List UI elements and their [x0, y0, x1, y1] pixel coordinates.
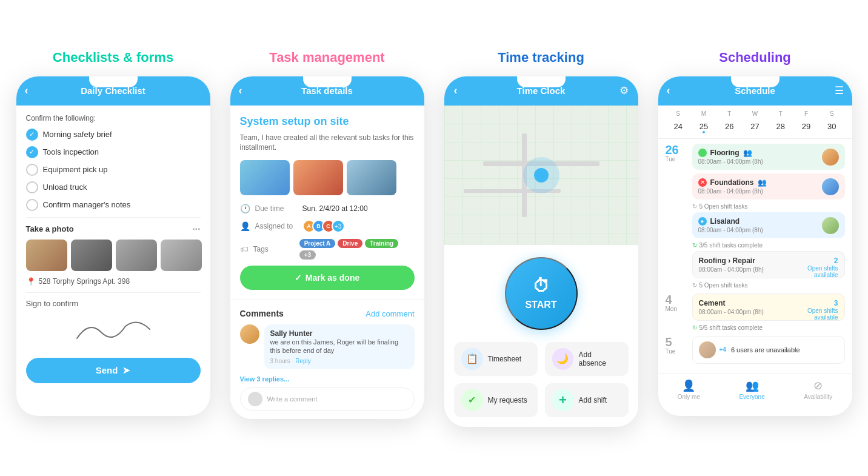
checkbox-1[interactable]: ✓	[26, 129, 38, 141]
cal-date-24[interactable]: 24	[666, 119, 691, 133]
timesheet-label: Timesheet	[488, 355, 522, 363]
nav-availability[interactable]: ⊘ Availability	[804, 379, 832, 400]
more-options-icon[interactable]: ···	[192, 224, 200, 235]
calendar-dates: 24 25 26 27 28 29 30	[666, 119, 845, 133]
cal-date-28[interactable]: 28	[768, 119, 793, 133]
check-item-3[interactable]: Equipment pick up	[26, 164, 201, 176]
open-shift-tasks-icon: ↻	[692, 203, 697, 210]
settings-icon[interactable]: ⚙	[619, 84, 629, 97]
checkbox-2[interactable]: ✓	[26, 146, 38, 158]
view-replies[interactable]: View 3 replies...	[240, 375, 415, 383]
photo-3[interactable]	[116, 240, 157, 271]
checkbox-4[interactable]	[26, 181, 38, 193]
roofing-tasks: ↻ 5 Open shift tasks	[692, 282, 845, 289]
cement-shifts: 3 Open shifts available	[807, 299, 838, 321]
write-comment-area[interactable]: Write a comment	[240, 387, 415, 411]
add-absence-button[interactable]: 🌙 Add absence	[545, 342, 629, 376]
schedule-back-button[interactable]: ‹	[667, 84, 670, 97]
flooring-time: 08:00am - 04:00pm (8h)	[698, 158, 839, 165]
flooring-item[interactable]: Flooring 👥 08:00am - 04:00pm (8h)	[692, 144, 845, 170]
location-text: 528 Torphy Springs Apt. 398	[39, 277, 130, 286]
roofing-item[interactable]: Roofing › Repair 2 Open shifts available…	[692, 251, 845, 278]
notch	[731, 76, 780, 87]
start-label: START	[525, 300, 556, 310]
checkbox-3[interactable]	[26, 164, 38, 176]
lisaland-status: ●	[698, 217, 707, 226]
back-button[interactable]: ‹	[25, 84, 28, 97]
check-item-4[interactable]: Unload truck	[26, 181, 201, 193]
lisaland-avatar	[822, 217, 839, 234]
map-area	[444, 106, 638, 245]
schedule-header: ‹ Schedule ☰	[658, 76, 852, 106]
photo-1[interactable]	[26, 240, 67, 271]
task-content: System setup on site Team, I have create…	[230, 106, 424, 419]
only-me-icon: 👤	[682, 379, 695, 392]
avatar-plus: +3	[332, 220, 345, 233]
tag-training: Training	[365, 239, 398, 248]
confirm-label: Confirm the following:	[26, 114, 201, 122]
nav-only-me[interactable]: 👤 Only me	[678, 379, 700, 400]
add-shift-button[interactable]: + Add shift	[545, 383, 629, 417]
take-photo-section: Take a photo ···	[26, 224, 201, 235]
cal-date-30[interactable]: 30	[819, 119, 844, 133]
photo-4[interactable]	[161, 240, 202, 271]
time-back-button[interactable]: ‹	[454, 84, 458, 97]
task-img-1[interactable]	[240, 160, 290, 195]
checklist-title: Daily Checklist	[81, 85, 145, 96]
section-task: Task management ‹ Task details System se…	[226, 50, 428, 419]
cement-item[interactable]: Cement 3 Open shifts available 08:00am -…	[692, 293, 845, 321]
check-item-1[interactable]: ✓ Morning safety brief	[26, 129, 201, 141]
schedule-list-icon[interactable]: ☰	[835, 84, 844, 97]
cal-date-29[interactable]: 29	[793, 119, 819, 133]
add-comment-button[interactable]: Add comment	[366, 309, 414, 318]
check-item-5[interactable]: Confirm manager's notes	[26, 199, 201, 211]
signature-area[interactable]	[26, 313, 201, 349]
roofing-tasks-icon: ↻	[692, 282, 697, 289]
foundations-item[interactable]: ✕ Foundations 👥 08:00am - 04:00pm (8h)	[692, 173, 845, 199]
photo-grid	[26, 240, 201, 271]
cal-date-25[interactable]: 25	[691, 119, 716, 133]
my-requests-button[interactable]: ✔ My requests	[454, 383, 538, 417]
task-back-button[interactable]: ‹	[239, 84, 242, 97]
photo-2[interactable]	[71, 240, 112, 271]
tag-more: +3	[299, 250, 316, 260]
cal-date-27[interactable]: 27	[742, 119, 767, 133]
due-label: Due time	[255, 204, 298, 213]
cal-day-s2: S	[819, 110, 844, 117]
timesheet-button[interactable]: 📋 Timesheet	[454, 342, 538, 376]
task-images	[240, 160, 415, 195]
start-button[interactable]: ⏱ START	[505, 257, 578, 330]
nav-everyone[interactable]: 👥 Everyone	[739, 379, 764, 400]
mark-done-button[interactable]: ✓ Mark as done	[240, 266, 415, 290]
schedule-items-5: +4 6 users are unavailable	[692, 336, 845, 364]
cal-date-26[interactable]: 26	[716, 119, 742, 133]
phone-scheduling: ‹ Schedule ☰ S M T W T F S 24	[658, 76, 852, 416]
task-title: System setup on site	[240, 115, 415, 128]
date-day-4: Mon	[666, 306, 687, 312]
assigned-row: 👤 Assigned to A B C +3	[240, 220, 415, 233]
cal-day-f: F	[793, 110, 819, 117]
section-checklists: Checklists & forms ‹ Daily Checklist Con…	[12, 50, 214, 416]
lisaland-item[interactable]: ● Lisaland 08:00am - 04:00pm (8h)	[692, 212, 845, 238]
comment-time: 3 hours	[270, 358, 290, 364]
task-header: ‹ Task details	[230, 76, 424, 106]
date-num-26: 26	[666, 144, 687, 156]
phone-task: ‹ Task details System setup on site Team…	[230, 76, 424, 419]
cal-day-m: M	[691, 110, 716, 117]
write-comment-input[interactable]: Write a comment	[267, 395, 318, 403]
schedule-bottom-nav: 👤 Only me 👥 Everyone ⊘ Availability	[658, 374, 852, 405]
tag-icon: 🏷	[240, 244, 249, 254]
task-img-3[interactable]	[347, 160, 396, 195]
my-requests-label: My requests	[488, 396, 527, 404]
task-img-2[interactable]	[293, 160, 343, 195]
phone-time: ‹ Time Clock ⚙ ⏱ START 📋	[444, 76, 638, 427]
check-item-2[interactable]: ✓ Tools incpection	[26, 146, 201, 158]
availability-icon: ⊘	[813, 379, 823, 392]
checkbox-5[interactable]	[26, 199, 38, 211]
section-title-scheduling: Scheduling	[719, 50, 791, 65]
location-row: 📍 528 Torphy Springs Apt. 398	[26, 277, 201, 286]
send-button[interactable]: Send ➤	[26, 358, 201, 383]
foundations-group-icon: 👥	[758, 178, 767, 187]
task-card: System setup on site Team, I have create…	[230, 106, 424, 300]
reply-link[interactable]: Reply	[295, 358, 311, 364]
